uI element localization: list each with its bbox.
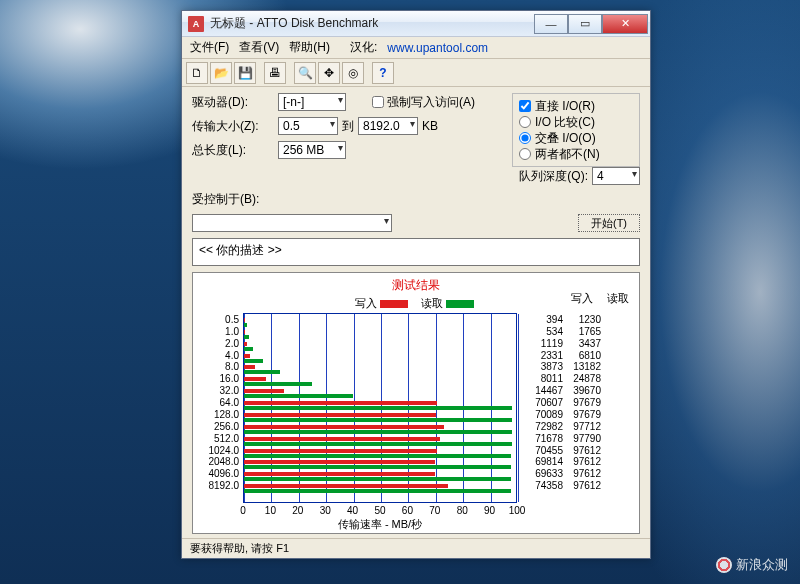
- description-box[interactable]: << 你的描述 >>: [192, 238, 640, 266]
- queue-label: 队列深度(Q):: [519, 168, 588, 185]
- to-label: 到: [342, 118, 354, 135]
- xfer-from-select[interactable]: 0.5: [278, 117, 338, 135]
- controlled-label: 受控制于(B):: [192, 191, 282, 208]
- neither-radio[interactable]: 两者都不(N): [519, 146, 633, 162]
- toolbar: 🗋 📂 💾 🖶 🔍 ✥ ◎ ?: [182, 59, 650, 87]
- chart-title: 测试结果: [199, 277, 633, 294]
- move-icon[interactable]: ✥: [318, 62, 340, 84]
- xfer-label: 传输大小(Z):: [192, 118, 274, 135]
- drive-label: 驱动器(D):: [192, 94, 274, 111]
- xfer-to-select[interactable]: 8192.0: [358, 117, 418, 135]
- menu-file[interactable]: 文件(F): [190, 39, 229, 56]
- status-bar: 要获得帮助, 请按 F1: [182, 538, 650, 558]
- force-write-checkbox[interactable]: 强制写入访问(A): [372, 94, 475, 111]
- app-window: A 无标题 - ATTO Disk Benchmark — ▭ ✕ 文件(F) …: [181, 10, 651, 559]
- print-icon[interactable]: 🖶: [264, 62, 286, 84]
- io-compare-radio[interactable]: I/O 比较(C): [519, 114, 633, 130]
- help-icon[interactable]: ?: [372, 62, 394, 84]
- save-icon[interactable]: 💾: [234, 62, 256, 84]
- sina-logo-icon: [716, 557, 732, 573]
- menu-help[interactable]: 帮助(H): [289, 39, 330, 56]
- menu-bar: 文件(F) 查看(V) 帮助(H) 汉化: www.upantool.com: [182, 37, 650, 59]
- menu-view[interactable]: 查看(V): [239, 39, 279, 56]
- queue-select[interactable]: 4: [592, 167, 640, 185]
- chart-plot: [243, 313, 517, 503]
- locale-link[interactable]: www.upantool.com: [387, 41, 488, 55]
- watermark: 新浪众测: [716, 556, 788, 574]
- chart-legend: 写入 读取: [199, 296, 633, 311]
- chart-panel: 测试结果 写入 读取 写入读取 0.51.02.04.08.016.032.06…: [192, 272, 640, 534]
- app-icon: A: [188, 16, 204, 32]
- open-icon[interactable]: 📂: [210, 62, 232, 84]
- locale-label: 汉化:: [350, 39, 377, 56]
- io-mode-group: 直接 I/O(R) I/O 比较(C) 交叠 I/O(O) 两者都不(N): [512, 93, 640, 167]
- titlebar[interactable]: A 无标题 - ATTO Disk Benchmark — ▭ ✕: [182, 11, 650, 37]
- window-title: 无标题 - ATTO Disk Benchmark: [210, 15, 534, 32]
- close-button[interactable]: ✕: [602, 14, 648, 34]
- target-icon[interactable]: ◎: [342, 62, 364, 84]
- value-header: 写入读取: [571, 291, 629, 306]
- new-icon[interactable]: 🗋: [186, 62, 208, 84]
- maximize-button[interactable]: ▭: [568, 14, 602, 34]
- x-axis-label: 传输速率 - MB/秒: [243, 517, 517, 532]
- length-label: 总长度(L):: [192, 142, 274, 159]
- overlap-io-radio[interactable]: 交叠 I/O(O): [519, 130, 633, 146]
- kb-label: KB: [422, 119, 438, 133]
- drive-select[interactable]: [-n-]: [278, 93, 346, 111]
- direct-io-checkbox[interactable]: 直接 I/O(R): [519, 98, 633, 114]
- minimize-button[interactable]: —: [534, 14, 568, 34]
- controlled-select[interactable]: [192, 214, 392, 232]
- start-button[interactable]: 开始(T): [578, 214, 640, 232]
- preview-icon[interactable]: 🔍: [294, 62, 316, 84]
- length-select[interactable]: 256 MB: [278, 141, 346, 159]
